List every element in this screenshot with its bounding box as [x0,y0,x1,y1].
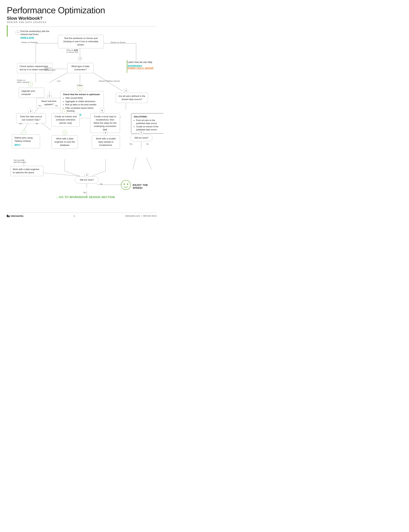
realtime-icon: ? [47,94,52,99]
define-joins-check: ✓ [21,130,26,135]
calcs-icon: ? [123,88,128,93]
subtitle: Slow Workbook? [7,16,157,21]
smaller-sample-icon: ⊕ [103,130,108,135]
why-link[interactable]: WHY? [14,143,37,147]
upgrade-box: Upgrade your computer [19,88,44,98]
local-copy-box: Create a local copy to troubleshoot, the… [90,113,120,133]
local-copy-icon: ⊕ [100,108,104,113]
goto-section[interactable]: ↓ GO TO WORKBOOK DESIGN SECTION [56,195,115,199]
label-no-still2: No [100,183,102,185]
still-slow-2-icon: ? [84,173,89,177]
section-label: SERVER AND DATA SOURCES [7,21,157,23]
enjoy-label: ENJOY THE SPEED! [133,183,157,189]
smaller-sample-box: Work with a smaller data sample to troub… [92,135,120,149]
page-title: Performance Optimization [7,5,157,15]
goto-link[interactable]: GO TO WORKBOOK DESIGN SECTION [59,196,115,199]
create-extract-check: ✓ [62,109,67,114]
svg-point-40 [123,183,125,185]
logo-icon [7,215,9,217]
footer: interworks 1 interworks.com | 405.624.32… [7,213,157,217]
solutions-box: SOLUTIONS: Push all calcs to the publish… [131,113,163,134]
still-slow-2-box: Still too slow? [75,177,99,183]
label-shared: Shared (Tableau Server) [99,80,120,82]
calcs-box: Are all calcs defined in the shared data… [116,93,148,103]
svg-line-34 [133,158,136,169]
page-number: 1 [74,215,75,217]
heres-how-link[interactable]: HERE'S HOW [20,37,49,39]
start-text: Find the workbook(s) with the slowest lo… [20,30,49,39]
label-yes-customsql: Yes [19,122,22,125]
create-extract-box: Create an extract and schedule refreshes… [52,113,80,127]
define-joins-box: Define joins using Tableau instead. WHY? [12,134,40,148]
interworks-link[interactable]: INTERWORKS [128,65,153,67]
extract-check-icon: ✓ [78,86,82,91]
label-yes-realtime: Yes [38,105,42,107]
label-not-possible: Not possiblewith this query [14,159,26,163]
footer-contact: interworks.com | 405.624.3214 [125,215,157,217]
label-slow-both: Slow on bothor Server N/A [66,49,78,53]
svg-point-41 [127,183,128,185]
learn-help-bar [127,60,127,73]
optimize-query-box: Work with a data engineer to optimize th… [10,166,43,176]
label-no-customsql: No [36,122,38,125]
logo-text: interworks [10,215,23,217]
faster-check-icon: ✓ [28,82,33,86]
label-slower-desktop: Slower on Desktop [21,41,38,43]
tune-db-check: ✓ [62,130,67,135]
customsql-box: Does the data source use Custom SQL? [16,113,46,123]
svg-point-39 [121,180,131,190]
customsql-icon: ? [28,109,33,114]
label-yes-still2: Yes [83,191,86,194]
label-no-still1: No [146,143,149,145]
start-cursor-icon: ↰ [15,30,20,35]
data-connection-icon: ? [78,56,82,61]
label-yes-still1: Yes [129,143,132,145]
power-tools-link[interactable]: POWER TOOLS: SERVER [128,67,153,69]
label-slow-all: Slow onall machines [45,67,56,71]
smiley-face [121,180,131,190]
label-slower-server: Slower on Server [111,41,126,43]
svg-line-31 [65,171,80,176]
label-no-realtime: No [55,105,58,107]
learn-help-box: Learn how we can help. INTERWORKS POWER … [128,60,153,69]
svg-line-33 [92,171,105,176]
goto-arrow-icon: ↓ [56,195,58,199]
footer-logo: interworks [7,215,23,217]
svg-line-35 [146,158,151,169]
data-connection-box: What type of data connection? [67,63,93,73]
tune-db-box: Work with a data engineer to tune the da… [52,135,78,149]
label-live: Live [57,80,61,82]
still-slow-1-icon: ? [139,130,144,135]
still-slow-1-box: Still too slow? [130,134,152,141]
flowchart: ↰ Find the workbook(s) with the slowest … [7,30,157,214]
label-faster: Faster onother machines [17,79,30,83]
test-workbook-box: Test the workbook on Server and Desktop … [58,35,104,48]
